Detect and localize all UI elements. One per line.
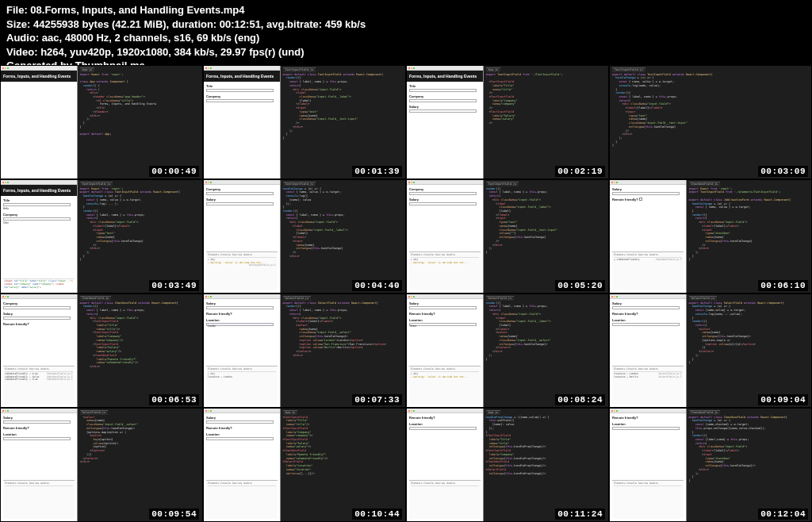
thumb-5: Forms, Inputs, and Handling Events Title… bbox=[0, 179, 203, 294]
thumb-13: Salary Remote friendly? Location Element… bbox=[0, 408, 203, 522]
size-label: Size: bbox=[6, 18, 30, 30]
file-value: 08.Forms, Inputs, and Handling Events.mp… bbox=[30, 4, 244, 16]
code-editor: App.js import React from 'react'; class … bbox=[78, 66, 202, 178]
company-input[interactable] bbox=[206, 99, 274, 102]
thumb-6: Company Salary Elements Console Sources … bbox=[203, 179, 406, 294]
thumb-11: Salary Remote friendly? LocationSelect E… bbox=[406, 294, 609, 408]
file-label: File: bbox=[6, 4, 28, 16]
thumb-12: Salary Remote friendly? Location Element… bbox=[609, 294, 812, 408]
duration-label: duration: bbox=[172, 18, 216, 30]
video-value: h264, yuv420p, 1920x1080, 384 kb/s, 29.9… bbox=[40, 46, 304, 58]
remote-checkbox[interactable] bbox=[639, 198, 642, 201]
audio-value: aac, 48000 Hz, 2 channels, s16, 69 kb/s … bbox=[42, 32, 260, 44]
thumb-3: Forms, Inputs, and Handling Events Title… bbox=[406, 65, 609, 179]
video-label: Video: bbox=[6, 46, 38, 58]
thumb-15: Remote friendly? Location Elements Conso… bbox=[406, 408, 609, 522]
duration-value: 00:12:51, bbox=[220, 18, 264, 30]
thumb-1: Forms, Inputs, and Handling Events App.j… bbox=[0, 65, 203, 179]
timestamp: 00:00:49 bbox=[149, 166, 199, 177]
thumb-7: Company Salary Elements Console Sources … bbox=[406, 179, 609, 294]
thumb-4: TextInputField.js export default class T… bbox=[609, 65, 812, 179]
avgbitrate-label: avg.bitrate: bbox=[266, 18, 322, 30]
thumb-16: Remote friendly? Location Elements Conso… bbox=[609, 408, 812, 522]
thumbnail-grid: Forms, Inputs, and Handling Events App.j… bbox=[0, 65, 812, 522]
devtools[interactable]: Elements Console Sources Audits ▸ obj ⚠ … bbox=[206, 251, 278, 290]
title-input[interactable] bbox=[206, 89, 274, 92]
audio-label: Audio: bbox=[6, 32, 39, 44]
avgbitrate-value: 459 kb/s bbox=[325, 18, 366, 30]
thumb-10: Salary Remote friendly? LocationLondon E… bbox=[203, 294, 406, 408]
metadata-header: File: 08.Forms, Inputs, and Handling Eve… bbox=[0, 0, 812, 75]
code-editor: TextInputField.js export default class T… bbox=[281, 66, 405, 178]
app-title: Forms, Inputs, and Handling Events bbox=[1, 71, 77, 82]
thumb-14: Salary Remote friendly? Location Element… bbox=[203, 408, 406, 522]
timestamp: 00:01:39 bbox=[352, 166, 402, 177]
location-select[interactable]: London bbox=[206, 323, 274, 326]
thumb-9: Company Salary Remote friendly? Elements… bbox=[0, 294, 203, 408]
thumb-2: Forms, Inputs, and Handling Events Title… bbox=[203, 65, 406, 179]
size-value: 44255938 bytes (42.21 MiB), bbox=[33, 18, 169, 30]
thumb-8: Salary Remote friendly? Elements Console… bbox=[609, 179, 812, 294]
